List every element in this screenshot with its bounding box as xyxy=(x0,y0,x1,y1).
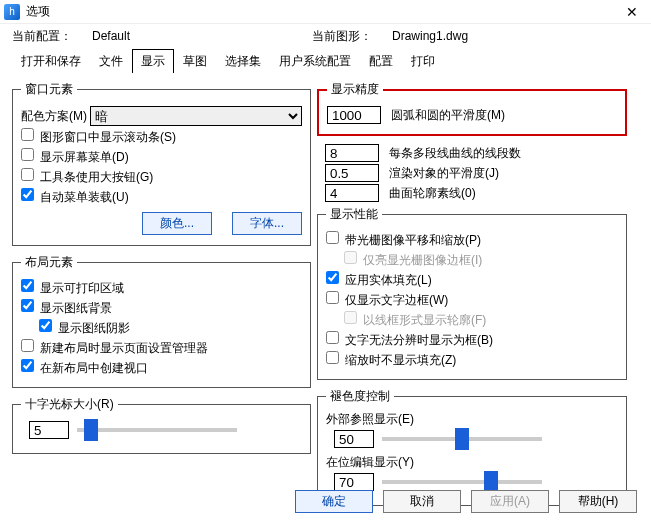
config-bar: 当前配置： Default 当前图形： Drawing1.dwg xyxy=(0,24,651,49)
chk-solid-fill-label: 应用实体填充(L) xyxy=(345,273,432,287)
group-layout-elements: 布局元素 显示可打印区域 显示图纸背景 显示图纸阴影 新建布局时显示页面设置管理… xyxy=(12,254,311,388)
tab-open-save[interactable]: 打开和保存 xyxy=(12,49,90,73)
chk-printable-area-label: 显示可打印区域 xyxy=(40,281,124,295)
tab-file[interactable]: 文件 xyxy=(90,49,132,73)
xref-fade-input[interactable] xyxy=(334,430,374,448)
chk-hide-fill-on-zoom-label: 缩放时不显示填充(Z) xyxy=(345,353,456,367)
chk-page-setup-on-new-label: 新建布局时显示页面设置管理器 xyxy=(40,341,208,355)
chk-large-toolbar-btns[interactable] xyxy=(21,168,34,181)
surface-contour-label: 曲面轮廓素线(0) xyxy=(389,185,476,202)
current-drawing-label: 当前图形： xyxy=(312,29,372,43)
crosshair-size-slider[interactable] xyxy=(77,428,237,432)
btn-fonts[interactable]: 字体... xyxy=(232,212,302,235)
chk-highlight-raster-frame xyxy=(344,251,357,264)
color-scheme-label: 配色方案(M) xyxy=(21,108,87,125)
xref-fade-label: 外部参照显示(E) xyxy=(326,411,618,428)
color-scheme-select[interactable]: 暗 xyxy=(90,106,302,126)
chk-paper-shadow[interactable] xyxy=(39,319,52,332)
group-display-performance-legend: 显示性能 xyxy=(326,206,382,223)
inplace-fade-label: 在位编辑显示(Y) xyxy=(326,454,618,471)
tab-selection[interactable]: 选择集 xyxy=(216,49,270,73)
tab-print[interactable]: 打印 xyxy=(402,49,444,73)
tab-display[interactable]: 显示 xyxy=(132,49,174,73)
chk-paper-bg-label: 显示图纸背景 xyxy=(40,301,112,315)
group-window-elements: 窗口元素 配色方案(M) 暗 图形窗口中显示滚动条(S) 显示屏幕菜单(D) 工… xyxy=(12,81,311,246)
chk-wireframe-silhouette xyxy=(344,311,357,324)
chk-scrollbars[interactable] xyxy=(21,128,34,141)
tab-config[interactable]: 配置 xyxy=(360,49,402,73)
chk-pan-zoom-raster-label: 带光栅图像平移和缩放(P) xyxy=(345,233,481,247)
render-smoothness-label: 渲染对象的平滑度(J) xyxy=(389,165,499,182)
chk-create-viewport-label: 在新布局中创建视口 xyxy=(40,361,148,375)
group-fade-control-legend: 褪色度控制 xyxy=(326,388,394,405)
current-config-label: 当前配置： xyxy=(12,29,72,43)
chk-create-viewport[interactable] xyxy=(21,359,34,372)
window-title: 选项 xyxy=(26,3,617,20)
chk-auto-menu-load-label: 自动菜单装载(U) xyxy=(40,190,129,204)
render-smoothness-input[interactable] xyxy=(325,164,379,182)
chk-hide-fill-on-zoom[interactable] xyxy=(326,351,339,364)
polyline-segments-label: 每条多段线曲线的线段数 xyxy=(389,145,521,162)
current-drawing-value: Drawing1.dwg xyxy=(392,29,468,43)
group-crosshair: 十字光标大小(R) xyxy=(12,396,311,454)
dialog-footer: 确定 取消 应用(A) 帮助(H) xyxy=(0,484,651,519)
tab-draft[interactable]: 草图 xyxy=(174,49,216,73)
chk-screen-menu-label: 显示屏幕菜单(D) xyxy=(40,150,129,164)
current-config-value: Default xyxy=(92,29,130,43)
btn-colors[interactable]: 颜色... xyxy=(142,212,212,235)
crosshair-legend: 十字光标大小(R) xyxy=(21,396,118,413)
btn-apply: 应用(A) xyxy=(471,490,549,513)
group-display-performance: 显示性能 带光栅图像平移和缩放(P) 仅亮显光栅图像边框(I) 应用实体填充(L… xyxy=(317,206,627,380)
crosshair-size-input[interactable] xyxy=(29,421,69,439)
arc-smoothness-input[interactable] xyxy=(327,106,381,124)
xref-fade-slider[interactable] xyxy=(382,437,542,441)
chk-paper-shadow-label: 显示图纸阴影 xyxy=(58,321,130,335)
chk-text-frame-only-label: 仅显示文字边框(W) xyxy=(345,293,448,307)
chk-pan-zoom-raster[interactable] xyxy=(326,231,339,244)
chk-text-frame-only[interactable] xyxy=(326,291,339,304)
polyline-segments-input[interactable] xyxy=(325,144,379,162)
chk-true-type-as-frame-label: 文字无法分辨时显示为框(B) xyxy=(345,333,493,347)
chk-highlight-raster-frame-label: 仅亮显光栅图像边框(I) xyxy=(363,253,482,267)
group-display-precision: 显示精度 圆弧和圆的平滑度(M) xyxy=(317,81,627,136)
chk-screen-menu[interactable] xyxy=(21,148,34,161)
tab-strip: 打开和保存 文件 显示 草图 选择集 用户系统配置 配置 打印 xyxy=(0,49,651,73)
group-window-elements-legend: 窗口元素 xyxy=(21,81,77,98)
title-bar: h 选项 ✕ xyxy=(0,0,651,24)
group-layout-elements-legend: 布局元素 xyxy=(21,254,77,271)
chk-true-type-as-frame[interactable] xyxy=(326,331,339,344)
btn-cancel[interactable]: 取消 xyxy=(383,490,461,513)
chk-paper-bg[interactable] xyxy=(21,299,34,312)
btn-help[interactable]: 帮助(H) xyxy=(559,490,637,513)
group-display-precision-legend: 显示精度 xyxy=(327,81,383,98)
chk-page-setup-on-new[interactable] xyxy=(21,339,34,352)
arc-smoothness-label: 圆弧和圆的平滑度(M) xyxy=(391,107,505,124)
close-icon[interactable]: ✕ xyxy=(617,4,647,20)
chk-scrollbars-label: 图形窗口中显示滚动条(S) xyxy=(40,130,176,144)
chk-large-toolbar-btns-label: 工具条使用大按钮(G) xyxy=(40,170,153,184)
tab-user-system[interactable]: 用户系统配置 xyxy=(270,49,360,73)
app-icon: h xyxy=(4,4,20,20)
chk-wireframe-silhouette-label: 以线框形式显示轮廓(F) xyxy=(363,313,486,327)
chk-printable-area[interactable] xyxy=(21,279,34,292)
btn-ok[interactable]: 确定 xyxy=(295,490,373,513)
chk-solid-fill[interactable] xyxy=(326,271,339,284)
surface-contour-input[interactable] xyxy=(325,184,379,202)
chk-auto-menu-load[interactable] xyxy=(21,188,34,201)
